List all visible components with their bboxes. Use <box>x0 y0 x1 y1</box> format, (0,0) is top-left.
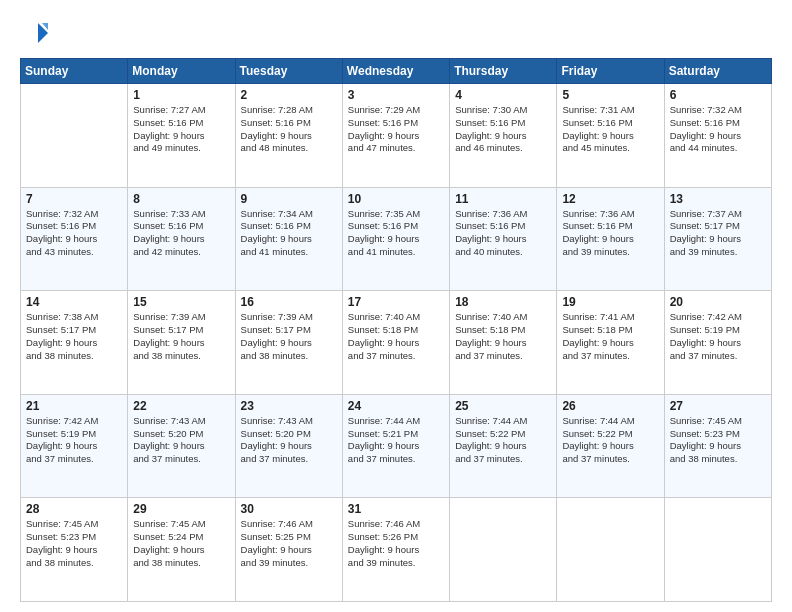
day-info: Sunrise: 7:31 AM Sunset: 5:16 PM Dayligh… <box>562 104 658 155</box>
header <box>20 18 772 48</box>
day-number: 26 <box>562 399 658 413</box>
weekday-header-thursday: Thursday <box>450 59 557 84</box>
calendar-week-3: 14Sunrise: 7:38 AM Sunset: 5:17 PM Dayli… <box>21 291 772 395</box>
calendar-cell: 10Sunrise: 7:35 AM Sunset: 5:16 PM Dayli… <box>342 187 449 291</box>
day-number: 20 <box>670 295 766 309</box>
day-number: 31 <box>348 502 444 516</box>
day-info: Sunrise: 7:43 AM Sunset: 5:20 PM Dayligh… <box>133 415 229 466</box>
day-info: Sunrise: 7:42 AM Sunset: 5:19 PM Dayligh… <box>26 415 122 466</box>
day-info: Sunrise: 7:34 AM Sunset: 5:16 PM Dayligh… <box>241 208 337 259</box>
day-number: 6 <box>670 88 766 102</box>
calendar-cell: 25Sunrise: 7:44 AM Sunset: 5:22 PM Dayli… <box>450 394 557 498</box>
day-info: Sunrise: 7:29 AM Sunset: 5:16 PM Dayligh… <box>348 104 444 155</box>
day-info: Sunrise: 7:45 AM Sunset: 5:23 PM Dayligh… <box>26 518 122 569</box>
day-info: Sunrise: 7:43 AM Sunset: 5:20 PM Dayligh… <box>241 415 337 466</box>
day-info: Sunrise: 7:46 AM Sunset: 5:26 PM Dayligh… <box>348 518 444 569</box>
day-number: 28 <box>26 502 122 516</box>
weekday-header-friday: Friday <box>557 59 664 84</box>
day-number: 10 <box>348 192 444 206</box>
day-number: 29 <box>133 502 229 516</box>
logo <box>20 18 54 48</box>
day-info: Sunrise: 7:40 AM Sunset: 5:18 PM Dayligh… <box>348 311 444 362</box>
day-info: Sunrise: 7:36 AM Sunset: 5:16 PM Dayligh… <box>562 208 658 259</box>
calendar-table: SundayMondayTuesdayWednesdayThursdayFrid… <box>20 58 772 602</box>
weekday-header-wednesday: Wednesday <box>342 59 449 84</box>
calendar-cell: 15Sunrise: 7:39 AM Sunset: 5:17 PM Dayli… <box>128 291 235 395</box>
calendar-cell: 14Sunrise: 7:38 AM Sunset: 5:17 PM Dayli… <box>21 291 128 395</box>
day-number: 30 <box>241 502 337 516</box>
calendar-cell: 27Sunrise: 7:45 AM Sunset: 5:23 PM Dayli… <box>664 394 771 498</box>
page: SundayMondayTuesdayWednesdayThursdayFrid… <box>0 0 792 612</box>
day-number: 14 <box>26 295 122 309</box>
calendar-week-5: 28Sunrise: 7:45 AM Sunset: 5:23 PM Dayli… <box>21 498 772 602</box>
day-info: Sunrise: 7:27 AM Sunset: 5:16 PM Dayligh… <box>133 104 229 155</box>
day-info: Sunrise: 7:44 AM Sunset: 5:22 PM Dayligh… <box>455 415 551 466</box>
day-info: Sunrise: 7:39 AM Sunset: 5:17 PM Dayligh… <box>241 311 337 362</box>
calendar-cell <box>450 498 557 602</box>
weekday-header-row: SundayMondayTuesdayWednesdayThursdayFrid… <box>21 59 772 84</box>
day-info: Sunrise: 7:45 AM Sunset: 5:24 PM Dayligh… <box>133 518 229 569</box>
day-number: 4 <box>455 88 551 102</box>
day-number: 9 <box>241 192 337 206</box>
calendar-cell: 31Sunrise: 7:46 AM Sunset: 5:26 PM Dayli… <box>342 498 449 602</box>
day-number: 12 <box>562 192 658 206</box>
day-info: Sunrise: 7:41 AM Sunset: 5:18 PM Dayligh… <box>562 311 658 362</box>
calendar-cell: 12Sunrise: 7:36 AM Sunset: 5:16 PM Dayli… <box>557 187 664 291</box>
day-number: 13 <box>670 192 766 206</box>
day-number: 8 <box>133 192 229 206</box>
day-number: 24 <box>348 399 444 413</box>
day-number: 7 <box>26 192 122 206</box>
calendar-week-4: 21Sunrise: 7:42 AM Sunset: 5:19 PM Dayli… <box>21 394 772 498</box>
weekday-header-tuesday: Tuesday <box>235 59 342 84</box>
day-info: Sunrise: 7:33 AM Sunset: 5:16 PM Dayligh… <box>133 208 229 259</box>
day-number: 18 <box>455 295 551 309</box>
day-number: 11 <box>455 192 551 206</box>
day-number: 19 <box>562 295 658 309</box>
calendar-cell: 23Sunrise: 7:43 AM Sunset: 5:20 PM Dayli… <box>235 394 342 498</box>
calendar-cell: 16Sunrise: 7:39 AM Sunset: 5:17 PM Dayli… <box>235 291 342 395</box>
day-info: Sunrise: 7:40 AM Sunset: 5:18 PM Dayligh… <box>455 311 551 362</box>
calendar-cell: 17Sunrise: 7:40 AM Sunset: 5:18 PM Dayli… <box>342 291 449 395</box>
day-info: Sunrise: 7:37 AM Sunset: 5:17 PM Dayligh… <box>670 208 766 259</box>
weekday-header-monday: Monday <box>128 59 235 84</box>
day-info: Sunrise: 7:30 AM Sunset: 5:16 PM Dayligh… <box>455 104 551 155</box>
calendar-week-2: 7Sunrise: 7:32 AM Sunset: 5:16 PM Daylig… <box>21 187 772 291</box>
calendar-cell: 8Sunrise: 7:33 AM Sunset: 5:16 PM Daylig… <box>128 187 235 291</box>
day-info: Sunrise: 7:35 AM Sunset: 5:16 PM Dayligh… <box>348 208 444 259</box>
day-info: Sunrise: 7:46 AM Sunset: 5:25 PM Dayligh… <box>241 518 337 569</box>
calendar-week-1: 1Sunrise: 7:27 AM Sunset: 5:16 PM Daylig… <box>21 84 772 188</box>
day-info: Sunrise: 7:39 AM Sunset: 5:17 PM Dayligh… <box>133 311 229 362</box>
day-number: 3 <box>348 88 444 102</box>
day-number: 22 <box>133 399 229 413</box>
calendar-cell: 26Sunrise: 7:44 AM Sunset: 5:22 PM Dayli… <box>557 394 664 498</box>
day-info: Sunrise: 7:42 AM Sunset: 5:19 PM Dayligh… <box>670 311 766 362</box>
calendar-cell: 3Sunrise: 7:29 AM Sunset: 5:16 PM Daylig… <box>342 84 449 188</box>
calendar-cell: 29Sunrise: 7:45 AM Sunset: 5:24 PM Dayli… <box>128 498 235 602</box>
calendar-cell <box>557 498 664 602</box>
calendar-cell: 7Sunrise: 7:32 AM Sunset: 5:16 PM Daylig… <box>21 187 128 291</box>
calendar-cell: 24Sunrise: 7:44 AM Sunset: 5:21 PM Dayli… <box>342 394 449 498</box>
day-number: 1 <box>133 88 229 102</box>
day-info: Sunrise: 7:44 AM Sunset: 5:22 PM Dayligh… <box>562 415 658 466</box>
weekday-header-sunday: Sunday <box>21 59 128 84</box>
day-info: Sunrise: 7:32 AM Sunset: 5:16 PM Dayligh… <box>670 104 766 155</box>
calendar-cell: 28Sunrise: 7:45 AM Sunset: 5:23 PM Dayli… <box>21 498 128 602</box>
day-number: 23 <box>241 399 337 413</box>
day-number: 21 <box>26 399 122 413</box>
day-number: 15 <box>133 295 229 309</box>
day-number: 2 <box>241 88 337 102</box>
calendar-cell <box>21 84 128 188</box>
day-info: Sunrise: 7:32 AM Sunset: 5:16 PM Dayligh… <box>26 208 122 259</box>
day-number: 27 <box>670 399 766 413</box>
day-info: Sunrise: 7:44 AM Sunset: 5:21 PM Dayligh… <box>348 415 444 466</box>
calendar-cell: 22Sunrise: 7:43 AM Sunset: 5:20 PM Dayli… <box>128 394 235 498</box>
logo-icon <box>20 18 50 48</box>
day-number: 17 <box>348 295 444 309</box>
calendar-cell: 1Sunrise: 7:27 AM Sunset: 5:16 PM Daylig… <box>128 84 235 188</box>
day-number: 25 <box>455 399 551 413</box>
day-info: Sunrise: 7:45 AM Sunset: 5:23 PM Dayligh… <box>670 415 766 466</box>
calendar-cell: 6Sunrise: 7:32 AM Sunset: 5:16 PM Daylig… <box>664 84 771 188</box>
calendar-cell: 13Sunrise: 7:37 AM Sunset: 5:17 PM Dayli… <box>664 187 771 291</box>
calendar-cell: 11Sunrise: 7:36 AM Sunset: 5:16 PM Dayli… <box>450 187 557 291</box>
weekday-header-saturday: Saturday <box>664 59 771 84</box>
